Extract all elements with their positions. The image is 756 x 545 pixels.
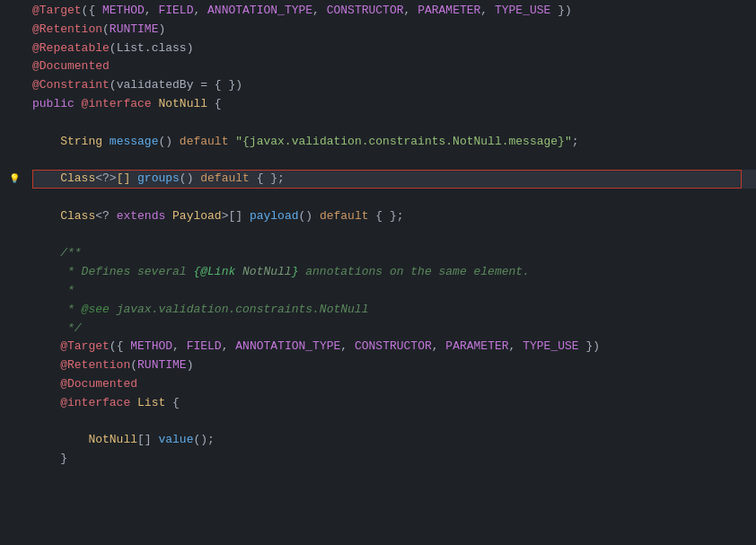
token: )	[158, 21, 165, 40]
code-line-23	[32, 413, 756, 432]
code-line-5: @Constraint(validatedBy = { })	[32, 76, 756, 95]
token: (List.class)	[110, 40, 194, 58]
token: })	[550, 2, 571, 21]
token: @Repeatable	[32, 40, 110, 58]
line-indicator-14	[0, 244, 29, 263]
token: */	[32, 320, 82, 338]
code-line-20: @Retention(RUNTIME)	[32, 356, 756, 375]
token: []	[137, 431, 158, 450]
token: >[]	[222, 207, 250, 226]
line-indicator-9	[0, 151, 29, 170]
line-indicator-12	[0, 207, 29, 226]
code-line-15: * Defines several {@Link NotNull} annota…	[32, 263, 756, 282]
line-indicator-24	[0, 431, 29, 450]
token: ,	[193, 2, 207, 21]
token: NotNull	[242, 263, 292, 282]
line-indicator-19	[0, 338, 29, 356]
token: ,	[480, 2, 495, 21]
code-line-22: @interface List {	[32, 394, 756, 413]
code-line-14: /**	[32, 244, 756, 263]
token: CONSTRUCTOR	[355, 338, 432, 356]
code-line-11	[32, 189, 756, 207]
token: ;	[572, 133, 579, 152]
code-line-17: * @see javax.validation.constraints.NotN…	[32, 301, 756, 320]
token: ();	[193, 431, 214, 450]
token: NotNull	[158, 95, 214, 114]
code-line-25: }	[32, 450, 756, 469]
code-line-13	[32, 226, 756, 245]
token: default	[200, 170, 256, 189]
code-editor: 💡 @Target({ METHOD, FIELD, ANNOTATION_TY…	[0, 0, 756, 545]
token: ()	[158, 133, 179, 152]
token: ,	[222, 338, 236, 356]
token: @Documented	[32, 375, 137, 394]
token: /**	[32, 244, 82, 263]
line-indicator-2	[0, 21, 29, 40]
code-line-21: @Documented	[32, 375, 756, 394]
token: FIELD	[187, 338, 222, 356]
line-indicator-16	[0, 282, 29, 301]
token: <?>	[95, 170, 116, 189]
token: (	[130, 356, 137, 375]
token: { };	[257, 170, 285, 189]
code-line-12: Class<? extends Payload>[] payload() def…	[32, 207, 756, 226]
token: @Constraint	[32, 76, 110, 95]
token: ,	[312, 2, 327, 21]
token: groups	[137, 170, 180, 189]
token: @Retention	[32, 356, 130, 375]
line-indicator-20	[0, 356, 29, 375]
token: }	[292, 263, 299, 282]
token: "{javax.validation.constraints.NotNull.m…	[235, 133, 571, 152]
token: CONSTRUCTOR	[327, 2, 404, 21]
token: Class	[32, 207, 95, 226]
editor-gutter: 💡	[0, 0, 29, 545]
line-indicator-18	[0, 320, 29, 338]
line-indicator-25	[0, 450, 29, 469]
token: extends	[117, 207, 172, 226]
token: ANNOTATION_TYPE	[207, 2, 312, 21]
line-indicator-21	[0, 375, 29, 394]
token: METHOD	[130, 338, 172, 356]
line-indicator-4	[0, 57, 29, 76]
token: annotations on the same element.	[298, 263, 529, 282]
line-indicator-3	[0, 40, 29, 58]
code-line-1: @Target({ METHOD, FIELD, ANNOTATION_TYPE…	[32, 2, 756, 21]
token: value	[158, 431, 193, 450]
code-line-2: @Retention(RUNTIME)	[32, 21, 756, 40]
token: TYPE_USE	[495, 2, 550, 21]
token: @see	[82, 301, 117, 320]
code-line-3: @Repeatable(List.class)	[32, 40, 756, 58]
token: public	[32, 95, 82, 114]
line-indicator-15	[0, 263, 29, 282]
token: ,	[404, 2, 418, 21]
code-line-24: NotNull[] value();	[32, 431, 756, 450]
token: message	[110, 133, 159, 152]
token: ,	[340, 338, 355, 356]
code-line-4: @Documented	[32, 57, 756, 76]
token: {	[172, 394, 180, 413]
code-line-6: public @interface NotNull {	[32, 95, 756, 114]
code-line-9	[32, 151, 756, 170]
code-line-19: @Target({ METHOD, FIELD, ANNOTATION_TYPE…	[32, 338, 756, 356]
token: String	[32, 133, 110, 152]
code-area[interactable]: @Target({ METHOD, FIELD, ANNOTATION_TYPE…	[29, 0, 756, 545]
token: PARAMETER	[445, 338, 508, 356]
token: @Target	[32, 338, 110, 356]
token: RUNTIME	[137, 356, 187, 375]
token: ,	[145, 2, 159, 21]
token: ,	[509, 338, 523, 356]
token: { };	[375, 207, 403, 226]
line-indicator-17	[0, 301, 29, 320]
line-indicator-13	[0, 226, 29, 245]
code-line-8: String message() default "{javax.validat…	[32, 133, 756, 152]
code-line-16: *	[32, 282, 756, 301]
token: ,	[172, 338, 187, 356]
token: (validatedBy = { })	[110, 76, 242, 95]
token: default	[180, 133, 235, 152]
token: ({	[110, 338, 130, 356]
token: METHOD	[102, 2, 145, 21]
token: }	[32, 450, 67, 469]
token: javax.validation.constraints.NotNull	[117, 301, 369, 320]
token: {	[215, 95, 222, 114]
code-line-7	[32, 114, 756, 133]
